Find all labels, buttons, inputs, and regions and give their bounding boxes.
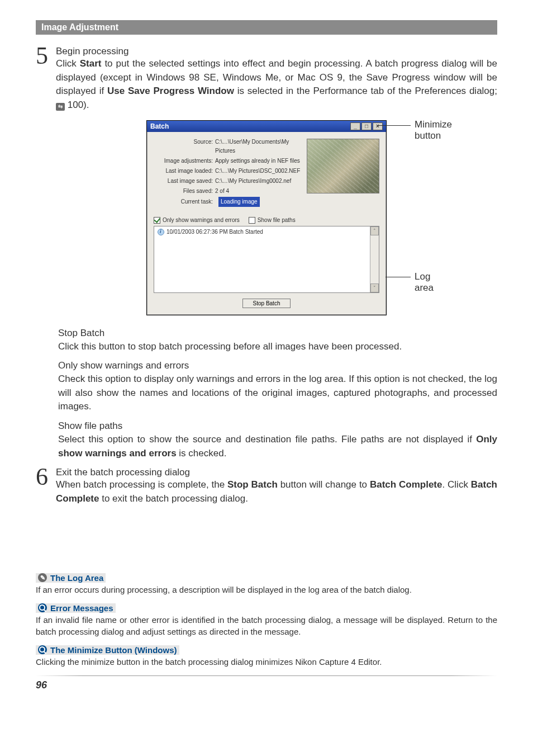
checkbox-icon — [154, 217, 160, 224]
checkbox-label: Show file paths — [258, 217, 296, 223]
para-show-paths: Select this option to show the source an… — [58, 433, 497, 460]
text: . Click — [442, 479, 470, 490]
dialog-title-text: Batch — [150, 122, 169, 130]
log-entry-text: 10/01/2003 06:27:36 PM Batch Started — [166, 229, 263, 235]
heading-show-paths: Show file paths — [58, 420, 497, 432]
text: When batch processing is complete, the — [56, 479, 227, 490]
reference-icon: ⇆ — [56, 103, 65, 111]
divider — [36, 675, 497, 676]
note-title: The Minimize Button (Windows) — [50, 645, 177, 655]
callout-logarea: Log area — [415, 271, 434, 294]
text: 100). — [65, 100, 89, 110]
bold-text: Batch Complete — [370, 479, 442, 490]
page-number: 96 — [36, 679, 497, 691]
stop-batch-button[interactable]: Stop Batch — [242, 299, 291, 308]
bold-use-window: Use Save Progress Window — [107, 86, 234, 96]
note-head-minimize: The Minimize Button (Windows) — [36, 645, 179, 655]
pencil-icon — [38, 573, 47, 582]
note-head-error: Error Messages — [36, 603, 116, 613]
callout-line — [377, 125, 411, 126]
value-loaded: C:\…\My Pictures\DSC_0002.NEF — [215, 167, 301, 176]
step-6: 6 Exit the batch processing dialog When … — [36, 466, 497, 505]
maximize-button[interactable]: □ — [361, 122, 372, 130]
step-number: 6 — [36, 466, 56, 488]
scroll-down-icon[interactable]: ˅ — [370, 284, 379, 292]
checkbox-show-paths[interactable]: Show file paths — [249, 217, 296, 224]
para-stop-batch: Click this button to stop batch processi… — [58, 340, 497, 354]
value-saved: C:\…\My Pictures\Img0002.nef — [215, 177, 301, 186]
scrollbar[interactable]: ˄ ˅ — [370, 226, 379, 292]
note-text-log: If an error occurs during processing, a … — [36, 584, 497, 596]
magnifier-icon — [38, 645, 47, 654]
figure: Batch _ □ × Source:C:\…\User\My Document… — [58, 120, 475, 315]
log-entry: 10/01/2003 06:27:36 PM Batch Started — [158, 229, 375, 235]
text: is checked. — [177, 448, 227, 459]
scroll-up-icon[interactable]: ˄ — [370, 226, 379, 235]
label-adjustments: Image adjustments: — [154, 157, 215, 166]
text: to exit the batch processing dialog. — [99, 493, 248, 504]
step-title: Exit the batch processing dialog — [56, 467, 497, 478]
step-body-text: When batch processing is complete, the S… — [56, 478, 497, 505]
text: Select this option to show the source an… — [58, 434, 476, 445]
value-source: C:\…\User\My Documents\My Pictures — [215, 138, 301, 155]
section-header: Image Adjustment — [36, 20, 497, 35]
info-icon — [158, 229, 164, 235]
label-source: Source: — [154, 138, 215, 155]
checkbox-label: Only show warnings and errors — [163, 217, 240, 223]
note-text-error: If an invalid file name or other error i… — [36, 614, 497, 637]
label-loaded: Last image loaded: — [154, 167, 215, 176]
close-button[interactable]: × — [373, 122, 383, 130]
magnifier-icon — [38, 603, 47, 612]
heading-only-warnings: Only show warnings and errors — [58, 360, 497, 371]
note-title: Error Messages — [50, 603, 113, 613]
para-only-warnings: Check this option to display only warnin… — [58, 372, 497, 414]
bold-text: Stop Batch — [227, 479, 278, 490]
batch-dialog: Batch _ □ × Source:C:\…\User\My Document… — [146, 120, 387, 315]
value-task: Loading image — [218, 197, 260, 207]
heading-stop-batch: Stop Batch — [58, 328, 497, 339]
callout-minimize: Minimize button — [415, 119, 452, 141]
step-title: Begin processing — [56, 46, 497, 57]
note-text-minimize: Clicking the minimize button in the batc… — [36, 656, 497, 668]
label-saved: Last image saved: — [154, 177, 215, 186]
label-task: Current task: — [154, 197, 215, 206]
step-5: 5 Begin processing Click Start to put th… — [36, 45, 497, 112]
dialog-titlebar: Batch _ □ × — [147, 121, 386, 132]
value-files: 2 of 4 — [215, 187, 301, 196]
preview-thumbnail — [307, 139, 379, 193]
step-body-text: Click Start to put the selected settings… — [56, 57, 497, 112]
checkbox-only-warnings[interactable]: Only show warnings and errors — [154, 217, 240, 224]
callout-line — [386, 277, 411, 277]
note-head-log: The Log Area — [36, 573, 106, 583]
step-number: 5 — [36, 45, 56, 67]
text: is selected in the Performance tab of th… — [234, 86, 497, 96]
text: Click — [56, 58, 80, 69]
bold-start: Start — [80, 58, 102, 69]
label-files: Files saved: — [154, 187, 215, 196]
text: button will change to — [278, 479, 370, 490]
note-title: The Log Area — [50, 573, 103, 583]
log-area: 10/01/2003 06:27:36 PM Batch Started ˄ ˅ — [154, 226, 379, 293]
minimize-button[interactable]: _ — [350, 122, 360, 130]
checkbox-icon — [249, 217, 255, 224]
value-adjustments: Apply settings already in NEF files — [215, 157, 301, 166]
